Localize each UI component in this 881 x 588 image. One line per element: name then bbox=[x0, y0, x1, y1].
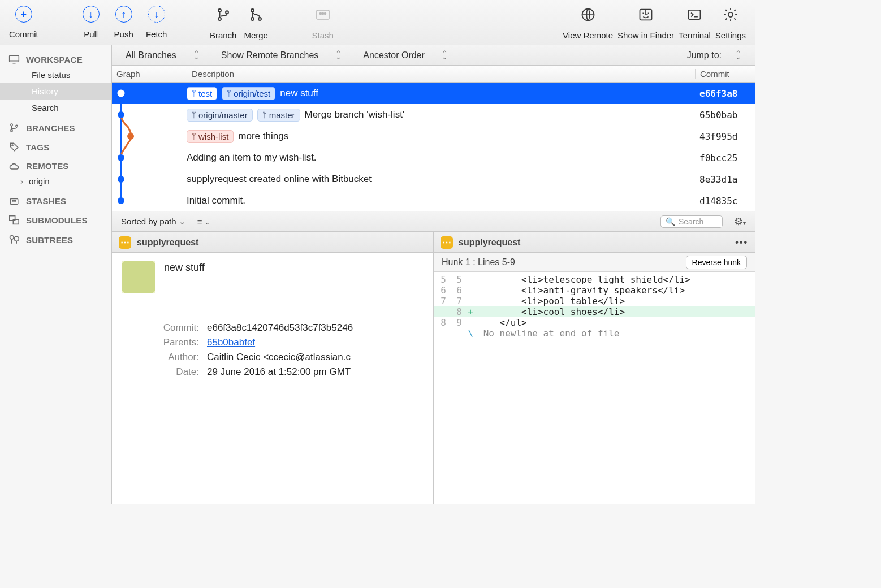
branch-tag[interactable]: ᛘtest bbox=[187, 87, 217, 100]
terminal-icon bbox=[685, 6, 703, 24]
branch-mini-icon: ᛘ bbox=[192, 89, 196, 98]
file-change-icon: ⋯ bbox=[441, 236, 453, 249]
branch-label: Branch bbox=[210, 31, 237, 40]
list-view-toggle[interactable]: ≡ ⌄ bbox=[197, 217, 210, 226]
branch-small-icon bbox=[8, 123, 20, 133]
sidebar-tags-header[interactable]: TAGS bbox=[0, 135, 111, 154]
merge-button[interactable]: Merge bbox=[240, 5, 273, 40]
commit-row[interactable]: ᛘtestᛘorigin/test new stuffe66f3a8 bbox=[112, 83, 755, 104]
branch-tag[interactable]: ᛘorigin/test bbox=[222, 87, 275, 100]
more-icon[interactable]: ••• bbox=[735, 237, 748, 248]
diff-settings-button[interactable]: ⚙▾ bbox=[734, 215, 746, 228]
col-commit[interactable]: Commit bbox=[695, 69, 755, 79]
svg-point-16 bbox=[11, 130, 12, 132]
chevron-updown-icon: ⌃⌄ bbox=[735, 52, 741, 59]
sidebar-stashes-header[interactable]: STASHES bbox=[0, 189, 111, 208]
commit-label: Commit bbox=[9, 29, 38, 39]
commit-details: new stuff Commit:e66f3a8c1420746d53f3c7f… bbox=[112, 253, 433, 504]
pull-label: Pull bbox=[84, 29, 98, 39]
stashes-label: STASHES bbox=[26, 196, 66, 206]
show-finder-button[interactable]: Show in Finder bbox=[615, 5, 676, 40]
merge-label: Merge bbox=[244, 31, 268, 40]
commit-message: more things bbox=[238, 131, 288, 142]
sidebar-workspace-header[interactable]: WORKSPACE bbox=[0, 47, 111, 67]
branch-mini-icon: ᛘ bbox=[227, 89, 231, 98]
branch-tag[interactable]: ᛘorigin/master bbox=[187, 109, 253, 122]
toolbar: + Commit ↓ Pull ↑ Push ↓ Fetch Branch Me… bbox=[0, 0, 755, 45]
branch-tag[interactable]: ᛘwish-list bbox=[187, 130, 234, 143]
svg-point-21 bbox=[14, 200, 15, 201]
svg-point-3 bbox=[251, 9, 254, 12]
filter-ancestor[interactable]: Ancestor Order ⌃⌄ bbox=[363, 50, 447, 60]
branch-mini-icon: ᛘ bbox=[192, 111, 196, 119]
chevron-right-icon: › bbox=[20, 176, 23, 186]
commit-row[interactable]: Adding an item to my wish-list.f0bcc25 bbox=[112, 147, 755, 168]
commit-list[interactable]: ᛘtestᛘorigin/test new stuffe66f3a8ᛘorigi… bbox=[112, 83, 755, 211]
jump-to[interactable]: Jump to: ⌃⌄ bbox=[687, 50, 741, 60]
commit-sha-short: 8e33d1a bbox=[695, 174, 755, 185]
globe-icon bbox=[579, 6, 597, 24]
tags-label: TAGS bbox=[26, 142, 49, 152]
branch-tag[interactable]: ᛘmaster bbox=[257, 109, 300, 122]
search-icon: 🔍 bbox=[666, 217, 675, 226]
reverse-hunk-button[interactable]: Reverse hunk bbox=[686, 256, 747, 269]
svg-point-26 bbox=[14, 236, 19, 241]
sorted-by-path[interactable]: Sorted by path ⌄ bbox=[121, 217, 186, 227]
sidebar-search[interactable]: Search bbox=[0, 100, 111, 116]
plus-icon: + bbox=[15, 6, 32, 23]
parent-link[interactable]: 65b0babfef bbox=[207, 337, 255, 348]
commit-sha-short: f0bcc25 bbox=[695, 153, 755, 163]
remotes-label: REMOTES bbox=[26, 161, 69, 171]
filter-show-remote[interactable]: Show Remote Branches ⌃⌄ bbox=[221, 50, 342, 60]
fetch-icon: ↓ bbox=[148, 6, 165, 23]
commit-row[interactable]: ᛘwish-list more things43f995d bbox=[112, 126, 755, 147]
col-graph[interactable]: Graph bbox=[112, 69, 187, 79]
diff-search-input[interactable]: 🔍 Search bbox=[660, 215, 723, 228]
commit-button[interactable]: + Commit bbox=[7, 5, 41, 39]
settings-button[interactable]: Settings bbox=[713, 5, 748, 40]
push-button[interactable]: ↑ Push bbox=[107, 5, 140, 39]
file-header-right[interactable]: ⋯ supplyrequest ••• bbox=[434, 232, 755, 253]
diff-line: 8+ <li>cool shoes</li> bbox=[434, 306, 755, 317]
commit-sha-short: e66f3a8 bbox=[695, 88, 755, 99]
svg-point-8 bbox=[322, 13, 323, 15]
monitor-icon bbox=[8, 54, 20, 64]
stash-label: Stash bbox=[312, 31, 333, 40]
diff-view[interactable]: 55 <li>telescope light shield</li>66 <li… bbox=[434, 272, 755, 341]
svg-point-17 bbox=[16, 125, 18, 127]
column-headers: Graph Description Commit bbox=[112, 66, 755, 83]
commit-title: new stuff bbox=[122, 261, 423, 274]
svg-point-4 bbox=[251, 18, 254, 20]
view-remote-button[interactable]: View Remote bbox=[560, 5, 615, 40]
sidebar-history[interactable]: History bbox=[0, 83, 111, 100]
col-description[interactable]: Description bbox=[187, 69, 695, 79]
commit-row[interactable]: ᛘorigin/masterᛘmaster Merge branch 'wish… bbox=[112, 104, 755, 126]
file-name: supplyrequest bbox=[459, 237, 520, 248]
commit-message: Merge branch 'wish-list' bbox=[305, 109, 405, 120]
branch-button[interactable]: Branch bbox=[207, 5, 240, 40]
file-header-left[interactable]: ⋯ supplyrequest bbox=[112, 232, 433, 253]
sidebar-remote-origin[interactable]: › origin bbox=[0, 173, 111, 189]
filter-all-branches[interactable]: All Branches ⌃⌄ bbox=[126, 50, 200, 60]
sidebar-submodules-header[interactable]: SUBMODULES bbox=[0, 208, 111, 227]
hunk-label: Hunk 1 : Lines 5-9 bbox=[442, 257, 515, 267]
commit-sha-short: d14835c bbox=[695, 196, 755, 206]
svg-point-15 bbox=[11, 124, 12, 126]
svg-point-25 bbox=[10, 236, 14, 240]
pull-button[interactable]: ↓ Pull bbox=[75, 5, 107, 39]
commit-row[interactable]: Initial commit.d14835c bbox=[112, 190, 755, 211]
workspace-label: WORKSPACE bbox=[26, 55, 83, 64]
svg-rect-12 bbox=[689, 10, 701, 19]
date-value: 29 June 2016 at 1:52:00 pm GMT bbox=[207, 366, 351, 378]
sidebar-branches-header[interactable]: BRANCHES bbox=[0, 116, 111, 135]
terminal-button[interactable]: Terminal bbox=[676, 5, 713, 40]
sidebar-remotes-header[interactable]: REMOTES bbox=[0, 154, 111, 173]
diff-pane: ⋯ supplyrequest ••• Hunk 1 : Lines 5-9 R… bbox=[433, 232, 755, 504]
svg-point-7 bbox=[319, 13, 321, 15]
commit-row[interactable]: supplyrequest created online with Bitbuc… bbox=[112, 168, 755, 190]
sidebar-subtrees-header[interactable]: SUBTREES bbox=[0, 227, 111, 248]
stash-button[interactable]: Stash bbox=[306, 5, 339, 40]
sidebar-file-status[interactable]: File status bbox=[0, 67, 111, 83]
fetch-button[interactable]: ↓ Fetch bbox=[140, 5, 173, 39]
chevron-updown-icon: ⌃⌄ bbox=[335, 52, 342, 59]
